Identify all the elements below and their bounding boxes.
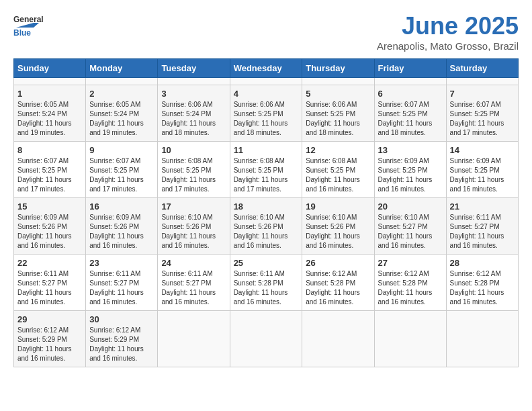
- calendar-cell: 26Sunrise: 6:12 AM Sunset: 5:28 PM Dayli…: [302, 255, 374, 311]
- day-number: 17: [161, 201, 226, 212]
- day-info: Sunrise: 6:12 AM Sunset: 5:29 PM Dayligh…: [17, 326, 82, 363]
- calendar-cell: [446, 78, 518, 85]
- day-info: Sunrise: 6:11 AM Sunset: 5:27 PM Dayligh…: [450, 213, 515, 250]
- header-saturday: Saturday: [446, 59, 518, 78]
- calendar-cell: 22Sunrise: 6:11 AM Sunset: 5:27 PM Dayli…: [14, 255, 86, 311]
- main-title: June 2025: [377, 12, 519, 40]
- calendar-cell: [86, 78, 158, 85]
- day-number: 5: [306, 89, 370, 99]
- day-number: 20: [378, 201, 443, 212]
- day-number: 18: [234, 201, 299, 212]
- svg-text:Blue: Blue: [13, 28, 31, 38]
- day-number: 2: [89, 89, 154, 99]
- calendar-cell: 28Sunrise: 6:12 AM Sunset: 5:28 PM Dayli…: [446, 255, 518, 311]
- calendar-cell: 27Sunrise: 6:12 AM Sunset: 5:28 PM Dayli…: [374, 255, 446, 311]
- calendar-cell: 7Sunrise: 6:07 AM Sunset: 5:25 PM Daylig…: [446, 85, 518, 142]
- calendar-cell: 10Sunrise: 6:08 AM Sunset: 5:25 PM Dayli…: [158, 142, 230, 198]
- calendar-cell: 18Sunrise: 6:10 AM Sunset: 5:26 PM Dayli…: [230, 198, 302, 255]
- calendar-cell: [302, 78, 374, 85]
- calendar-cell: 15Sunrise: 6:09 AM Sunset: 5:26 PM Dayli…: [14, 198, 86, 255]
- day-info: Sunrise: 6:11 AM Sunset: 5:27 PM Dayligh…: [17, 269, 82, 307]
- calendar-cell: [374, 78, 446, 85]
- day-info: Sunrise: 6:12 AM Sunset: 5:28 PM Dayligh…: [306, 269, 370, 307]
- day-info: Sunrise: 6:06 AM Sunset: 5:25 PM Dayligh…: [306, 100, 370, 138]
- day-info: Sunrise: 6:09 AM Sunset: 5:26 PM Dayligh…: [17, 213, 82, 250]
- calendar-cell: 5Sunrise: 6:06 AM Sunset: 5:25 PM Daylig…: [302, 85, 374, 142]
- calendar-cell: [446, 311, 518, 367]
- day-number: 21: [450, 201, 515, 212]
- day-number: 7: [450, 89, 515, 99]
- day-info: Sunrise: 6:06 AM Sunset: 5:25 PM Dayligh…: [234, 100, 299, 138]
- day-number: 16: [89, 201, 154, 212]
- day-info: Sunrise: 6:08 AM Sunset: 5:25 PM Dayligh…: [161, 156, 226, 194]
- day-number: 27: [378, 258, 443, 268]
- header: General Blue June 2025 Arenapolis, Mato …: [13, 12, 519, 52]
- calendar-cell: 16Sunrise: 6:09 AM Sunset: 5:26 PM Dayli…: [86, 198, 158, 255]
- day-number: 15: [17, 201, 82, 212]
- calendar-cell: 2Sunrise: 6:05 AM Sunset: 5:24 PM Daylig…: [86, 85, 158, 142]
- day-number: 10: [161, 145, 226, 155]
- day-number: 19: [306, 201, 370, 212]
- day-info: Sunrise: 6:11 AM Sunset: 5:27 PM Dayligh…: [89, 269, 154, 307]
- calendar-cell: 11Sunrise: 6:08 AM Sunset: 5:25 PM Dayli…: [230, 142, 302, 198]
- week-row-0: [14, 78, 519, 85]
- calendar-cell: 14Sunrise: 6:09 AM Sunset: 5:25 PM Dayli…: [446, 142, 518, 198]
- calendar-cell: 12Sunrise: 6:08 AM Sunset: 5:25 PM Dayli…: [302, 142, 374, 198]
- day-number: 11: [234, 145, 299, 155]
- day-info: Sunrise: 6:07 AM Sunset: 5:25 PM Dayligh…: [17, 156, 82, 194]
- day-info: Sunrise: 6:11 AM Sunset: 5:27 PM Dayligh…: [161, 269, 226, 307]
- calendar-cell: 23Sunrise: 6:11 AM Sunset: 5:27 PM Dayli…: [86, 255, 158, 311]
- calendar-cell: 20Sunrise: 6:10 AM Sunset: 5:27 PM Dayli…: [374, 198, 446, 255]
- day-info: Sunrise: 6:11 AM Sunset: 5:28 PM Dayligh…: [234, 269, 299, 307]
- day-info: Sunrise: 6:08 AM Sunset: 5:25 PM Dayligh…: [306, 156, 370, 194]
- day-number: 28: [450, 258, 515, 268]
- calendar-cell: [230, 78, 302, 85]
- title-area: June 2025 Arenapolis, Mato Grosso, Brazi…: [377, 12, 519, 52]
- calendar-cell: 30Sunrise: 6:12 AM Sunset: 5:29 PM Dayli…: [86, 311, 158, 367]
- day-info: Sunrise: 6:10 AM Sunset: 5:26 PM Dayligh…: [306, 213, 370, 250]
- day-number: 13: [378, 145, 443, 155]
- calendar-cell: [302, 311, 374, 367]
- day-number: 8: [17, 145, 82, 155]
- calendar-cell: [374, 311, 446, 367]
- calendar-cell: 19Sunrise: 6:10 AM Sunset: 5:26 PM Dayli…: [302, 198, 374, 255]
- day-number: 14: [450, 145, 515, 155]
- week-row-5: 29Sunrise: 6:12 AM Sunset: 5:29 PM Dayli…: [14, 311, 519, 367]
- day-number: 30: [89, 314, 154, 324]
- day-info: Sunrise: 6:05 AM Sunset: 5:24 PM Dayligh…: [17, 100, 82, 138]
- header-friday: Friday: [374, 59, 446, 78]
- day-number: 25: [234, 258, 299, 268]
- calendar-cell: 21Sunrise: 6:11 AM Sunset: 5:27 PM Dayli…: [446, 198, 518, 255]
- day-number: 23: [89, 258, 154, 268]
- day-info: Sunrise: 6:07 AM Sunset: 5:25 PM Dayligh…: [450, 100, 515, 138]
- logo: General Blue: [13, 12, 47, 39]
- week-row-1: 1Sunrise: 6:05 AM Sunset: 5:24 PM Daylig…: [14, 85, 519, 142]
- calendar-cell: 9Sunrise: 6:07 AM Sunset: 5:25 PM Daylig…: [86, 142, 158, 198]
- calendar-cell: 8Sunrise: 6:07 AM Sunset: 5:25 PM Daylig…: [14, 142, 86, 198]
- calendar-table: SundayMondayTuesdayWednesdayThursdayFrid…: [13, 58, 519, 367]
- day-info: Sunrise: 6:12 AM Sunset: 5:28 PM Dayligh…: [378, 269, 443, 307]
- header-tuesday: Tuesday: [158, 59, 230, 78]
- calendar-cell: 24Sunrise: 6:11 AM Sunset: 5:27 PM Dayli…: [158, 255, 230, 311]
- week-row-3: 15Sunrise: 6:09 AM Sunset: 5:26 PM Dayli…: [14, 198, 519, 255]
- svg-text:General: General: [13, 15, 44, 24]
- day-info: Sunrise: 6:09 AM Sunset: 5:26 PM Dayligh…: [89, 213, 154, 250]
- day-number: 24: [161, 258, 226, 268]
- day-info: Sunrise: 6:12 AM Sunset: 5:28 PM Dayligh…: [450, 269, 515, 307]
- calendar-cell: 3Sunrise: 6:06 AM Sunset: 5:24 PM Daylig…: [158, 85, 230, 142]
- day-info: Sunrise: 6:10 AM Sunset: 5:26 PM Dayligh…: [234, 213, 299, 250]
- calendar-cell: 4Sunrise: 6:06 AM Sunset: 5:25 PM Daylig…: [230, 85, 302, 142]
- calendar-cell: 6Sunrise: 6:07 AM Sunset: 5:25 PM Daylig…: [374, 85, 446, 142]
- day-info: Sunrise: 6:07 AM Sunset: 5:25 PM Dayligh…: [378, 100, 443, 138]
- day-info: Sunrise: 6:07 AM Sunset: 5:25 PM Dayligh…: [89, 156, 154, 194]
- day-info: Sunrise: 6:05 AM Sunset: 5:24 PM Dayligh…: [89, 100, 154, 138]
- day-number: 6: [378, 89, 443, 99]
- day-number: 12: [306, 145, 370, 155]
- header-sunday: Sunday: [14, 59, 86, 78]
- day-number: 1: [17, 89, 82, 99]
- calendar-cell: 13Sunrise: 6:09 AM Sunset: 5:25 PM Dayli…: [374, 142, 446, 198]
- calendar-cell: 1Sunrise: 6:05 AM Sunset: 5:24 PM Daylig…: [14, 85, 86, 142]
- day-info: Sunrise: 6:12 AM Sunset: 5:29 PM Dayligh…: [89, 326, 154, 363]
- calendar-cell: 29Sunrise: 6:12 AM Sunset: 5:29 PM Dayli…: [14, 311, 86, 367]
- calendar-cell: [230, 311, 302, 367]
